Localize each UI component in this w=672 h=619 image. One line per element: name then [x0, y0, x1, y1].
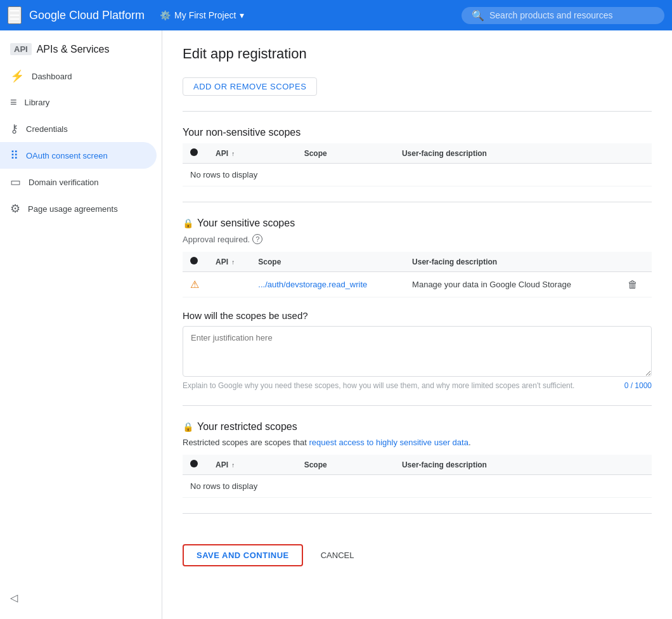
sidebar-item-library[interactable]: ≡ Library	[0, 89, 157, 115]
search-bar[interactable]: 🔍	[462, 7, 664, 24]
sensitive-section: 🔒 Your sensitive scopes Approval require…	[183, 218, 652, 390]
sidebar-item-dashboard[interactable]: ⚡ Dashboard	[0, 63, 157, 89]
add-remove-scopes-button[interactable]: ADD OR REMOVE SCOPES	[183, 77, 317, 96]
restricted-title: 🔒 Your restricted scopes	[183, 421, 652, 433]
table-row: No rows to display	[183, 475, 652, 498]
warning-icon: ⚠	[190, 279, 199, 290]
warning-cell: ⚠	[183, 272, 208, 297]
col-indicator	[183, 143, 208, 164]
divider-3	[183, 405, 652, 406]
approval-text: Approval required. ?	[183, 234, 652, 244]
lock-icon-restricted: 🔒	[183, 422, 193, 432]
sidebar-title: APIs & Services	[37, 44, 110, 55]
col-api[interactable]: API ↑	[208, 143, 297, 164]
restricted-section: 🔒 Your restricted scopes Restricted scop…	[183, 421, 652, 498]
project-icon: ⚙️	[160, 10, 171, 20]
delete-cell: 🗑	[620, 272, 652, 297]
search-input[interactable]	[489, 10, 654, 20]
sensitive-table-body: ⚠ .../auth/devstorage.read_write Manage …	[183, 272, 652, 297]
non-sensitive-title: Your non-sensitive scopes	[183, 127, 652, 138]
api-cell	[208, 272, 250, 297]
lock-icon-sensitive: 🔒	[183, 218, 193, 228]
table-row: ⚠ .../auth/devstorage.read_write Manage …	[183, 272, 652, 297]
sensitive-table: API ↑ Scope User-facing description	[183, 252, 652, 297]
sidebar-header: API APIs & Services	[0, 36, 162, 60]
sidebar-item-label: Domain verification	[29, 178, 99, 187]
dashboard-icon: ⚡	[10, 69, 24, 83]
col-indicator-r	[183, 455, 208, 475]
restricted-table-body: No rows to display	[183, 475, 652, 498]
sidebar-item-label: Credentials	[26, 124, 68, 134]
no-rows-message: No rows to display	[183, 164, 652, 186]
justification-section: How will the scopes be used? Explain to …	[183, 310, 652, 390]
oauth-icon: ⠿	[10, 148, 18, 162]
col-api-r[interactable]: API ↑	[208, 455, 297, 475]
app-logo: Google Cloud Platform	[29, 9, 145, 22]
api-badge: API	[10, 43, 32, 55]
chevron-down-icon: ▾	[240, 10, 244, 20]
logo-text: Google Cloud Platform	[29, 9, 145, 22]
help-icon[interactable]: ?	[252, 234, 262, 244]
sidebar-item-credentials[interactable]: ⚷ Credentials	[0, 115, 157, 142]
sidebar-item-domain[interactable]: ▭ Domain verification	[0, 169, 157, 195]
divider-4	[183, 513, 652, 514]
non-sensitive-table-body: No rows to display	[183, 164, 652, 186]
page-usage-icon: ⚙	[10, 202, 20, 216]
scope-link[interactable]: .../auth/devstorage.read_write	[258, 280, 367, 289]
non-sensitive-section: Your non-sensitive scopes API ↑ Scope	[183, 127, 652, 186]
sidebar-item-label: Dashboard	[32, 72, 72, 81]
sidebar-collapse-button[interactable]: ◁	[5, 587, 23, 609]
divider-1	[183, 111, 652, 112]
page-title: Edit app registration	[183, 46, 652, 62]
restricted-table-header: API ↑ Scope User-facing description	[183, 455, 652, 475]
circle-indicator-r	[190, 460, 198, 467]
justification-title: How will the scopes be used?	[183, 310, 652, 321]
sort-icon-r: ↑	[231, 462, 235, 469]
col-description-s: User-facing description	[404, 252, 620, 272]
actions-bar: SAVE AND CONTINUE CANCEL	[183, 534, 652, 566]
sidebar-item-oauth[interactable]: ⠿ OAuth consent screen	[0, 142, 157, 169]
sensitive-title: 🔒 Your sensitive scopes	[183, 218, 652, 229]
search-icon: 🔍	[472, 10, 484, 22]
scope-cell: .../auth/devstorage.read_write	[250, 272, 404, 297]
top-header: ☰ Google Cloud Platform ⚙️ My First Proj…	[0, 0, 672, 30]
project-selector[interactable]: ⚙️ My First Project ▾	[155, 8, 249, 23]
divider-2	[183, 202, 652, 202]
restricted-desc-link[interactable]: request access to highly sensitive user …	[309, 438, 468, 447]
library-icon: ≡	[10, 96, 17, 109]
delete-icon[interactable]: 🗑	[628, 279, 638, 290]
justification-textarea[interactable]	[183, 326, 652, 377]
app-layout: API APIs & Services ⚡ Dashboard ≡ Librar…	[0, 30, 672, 619]
sort-icon-s: ↑	[231, 259, 235, 266]
project-name: My First Project	[174, 10, 236, 20]
circle-indicator-s	[190, 257, 198, 264]
col-description: User-facing description	[394, 143, 652, 164]
sidebar-nav: ⚡ Dashboard ≡ Library ⚷ Credentials ⠿ OA…	[0, 63, 162, 222]
save-and-continue-button[interactable]: SAVE AND CONTINUE	[183, 544, 303, 566]
sort-icon: ↑	[231, 150, 235, 157]
char-count: 0 / 1000	[624, 381, 652, 390]
sidebar-item-label: Page usage agreements	[28, 204, 118, 214]
col-description-r: User-facing description	[394, 455, 652, 475]
col-api-s[interactable]: API ↑	[208, 252, 250, 272]
menu-button[interactable]: ☰	[8, 6, 22, 24]
desc-cell: Manage your data in Google Cloud Storage	[404, 272, 620, 297]
cancel-button[interactable]: CANCEL	[313, 545, 362, 565]
col-scope-s: Scope	[250, 252, 404, 272]
col-scope: Scope	[297, 143, 394, 164]
restricted-description: Restricted scopes are scopes that reques…	[183, 438, 652, 447]
domain-icon: ▭	[10, 175, 21, 189]
restricted-table: API ↑ Scope User-facing description No r…	[183, 455, 652, 498]
main-content: Edit app registration ADD OR REMOVE SCOP…	[162, 30, 672, 619]
col-actions-s	[620, 252, 652, 272]
no-rows-message-r: No rows to display	[183, 475, 652, 498]
non-sensitive-table-header: API ↑ Scope User-facing description	[183, 143, 652, 164]
col-scope-r: Scope	[297, 455, 394, 475]
sidebar-item-page-usage[interactable]: ⚙ Page usage agreements	[0, 195, 157, 222]
sensitive-table-header: API ↑ Scope User-facing description	[183, 252, 652, 272]
sidebar: API APIs & Services ⚡ Dashboard ≡ Librar…	[0, 30, 162, 619]
circle-indicator	[190, 148, 198, 156]
table-row: No rows to display	[183, 164, 652, 186]
hint-text: Explain to Google why you need these sco…	[183, 381, 574, 390]
col-indicator-s	[183, 252, 208, 272]
